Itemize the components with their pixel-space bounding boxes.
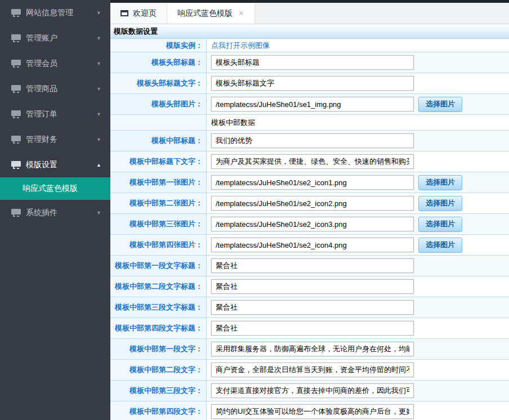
form-row: 模板中部第三段文字： bbox=[110, 381, 509, 401]
form-row: 模板中部第一段文字： bbox=[110, 339, 509, 360]
panel-title: 模版数据设置 bbox=[110, 24, 509, 39]
form-row: 模板头部标题： bbox=[110, 52, 509, 73]
header-image-input[interactable] bbox=[211, 97, 414, 111]
field-label: 模板头部图片： bbox=[110, 94, 207, 114]
sidebar-item-label: 管理会员 bbox=[26, 59, 57, 69]
form-row: 模板中部标题： bbox=[110, 131, 509, 151]
header-title-input[interactable] bbox=[211, 55, 414, 70]
chat-bubble-icon bbox=[11, 209, 21, 217]
form-row: 模板中部第四段文字： bbox=[110, 401, 509, 420]
sidebar-item-finance[interactable]: 管理财务 ▼ bbox=[0, 127, 110, 152]
section-title: 模板中部数据 bbox=[211, 118, 255, 128]
open-example-image-link[interactable]: 点我打开示例图像 bbox=[211, 41, 270, 51]
form-row: 模版实例： 点我打开示例图像 bbox=[110, 39, 509, 52]
form-section-row: 模板中部数据 bbox=[110, 115, 509, 131]
middle-subtitle-input[interactable] bbox=[211, 154, 414, 169]
sidebar-item-label: 模版设置 bbox=[26, 160, 57, 170]
sidebar-item-members[interactable]: 管理会员 ▼ bbox=[0, 51, 110, 76]
tab-label: 欢迎页 bbox=[133, 8, 157, 19]
chevron-down-icon: ▼ bbox=[96, 111, 101, 117]
paragraph-3-text-input[interactable] bbox=[211, 383, 414, 398]
choose-image-button[interactable]: 选择图片 bbox=[418, 217, 462, 232]
middle-image-1-input[interactable] bbox=[211, 175, 414, 190]
sidebar-subitem-label: 响应式蓝色模版 bbox=[23, 184, 78, 194]
tab-responsive-blue-template[interactable]: 响应式蓝色模版 ✕ bbox=[167, 3, 255, 24]
form-row: 模板中部第三张图片： 选择图片 bbox=[110, 214, 509, 235]
chevron-down-icon: ▼ bbox=[96, 35, 101, 41]
chevron-down-icon: ▼ bbox=[96, 86, 101, 92]
paragraph-1-title-input[interactable] bbox=[211, 258, 414, 273]
field-label: 模板中部第三段文字： bbox=[110, 381, 207, 401]
sidebar-item-orders[interactable]: 管理订单 ▼ bbox=[0, 101, 110, 127]
main-content: 欢迎页 响应式蓝色模版 ✕ 模版数据设置 模版实例： 点我打开示例图像 模板头部… bbox=[110, 0, 509, 420]
paragraph-2-title-input[interactable] bbox=[211, 279, 414, 294]
chevron-down-icon: ▼ bbox=[96, 210, 101, 216]
field-label bbox=[110, 115, 207, 130]
field-label: 模板中部标题下文字： bbox=[110, 151, 207, 172]
sidebar-item-label: 管理订单 bbox=[26, 109, 57, 119]
form-row: 模板中部第二段文字标题： bbox=[110, 276, 509, 297]
paragraph-1-text-input[interactable] bbox=[211, 342, 414, 356]
field-label: 模板头部标题： bbox=[110, 52, 207, 73]
field-label: 模板中部第四段文字标题： bbox=[110, 318, 207, 338]
chat-bubble-icon bbox=[11, 136, 21, 144]
field-label: 模板中部第二张图片： bbox=[110, 193, 207, 213]
field-label: 模板中部第三段文字标题： bbox=[110, 297, 207, 318]
form-row: 模板中部第一张图片： 选择图片 bbox=[110, 172, 509, 193]
middle-image-2-input[interactable] bbox=[211, 196, 414, 211]
sidebar-subitem-responsive-blue-template[interactable]: 响应式蓝色模版 bbox=[0, 177, 110, 200]
chevron-down-icon: ▼ bbox=[96, 10, 101, 16]
chat-bubble-icon bbox=[11, 110, 21, 118]
template-settings-form: 模版实例： 点我打开示例图像 模板头部标题： 模板头部标题文字： 模板头部图片：… bbox=[110, 39, 509, 420]
tab-label: 响应式蓝色模版 bbox=[177, 8, 233, 19]
sidebar-item-products[interactable]: 管理商品 ▼ bbox=[0, 76, 110, 101]
chat-bubble-icon bbox=[11, 9, 21, 17]
middle-title-input[interactable] bbox=[211, 133, 414, 148]
middle-image-3-input[interactable] bbox=[211, 217, 414, 231]
form-row: 模板中部第二张图片： 选择图片 bbox=[110, 193, 509, 214]
close-icon[interactable]: ✕ bbox=[238, 10, 244, 17]
form-row: 模板中部第一段文字标题： bbox=[110, 256, 509, 276]
header-title-text-input[interactable] bbox=[211, 76, 414, 91]
field-label: 模板中部第三张图片： bbox=[110, 214, 207, 234]
field-label: 模板中部第一段文字： bbox=[110, 339, 207, 359]
middle-image-4-input[interactable] bbox=[211, 238, 414, 252]
chevron-down-icon: ▼ bbox=[96, 61, 101, 66]
sidebar-item-site-info[interactable]: 网站信息管理 ▼ bbox=[0, 0, 110, 25]
field-label: 模版实例： bbox=[110, 39, 207, 52]
form-row: 模板中部第二段文字： bbox=[110, 360, 509, 381]
field-label: 模板中部第四张图片： bbox=[110, 235, 207, 255]
choose-image-button[interactable]: 选择图片 bbox=[418, 97, 462, 112]
choose-image-button[interactable]: 选择图片 bbox=[418, 196, 462, 211]
field-label: 模板中部第一张图片： bbox=[110, 172, 207, 193]
app-window: 网站信息管理 ▼ 管理账户 ▼ 管理会员 ▼ 管理商品 ▼ 管理订单 ▼ 管理财… bbox=[0, 0, 509, 420]
tab-bar: 欢迎页 响应式蓝色模版 ✕ bbox=[110, 3, 509, 24]
sidebar: 网站信息管理 ▼ 管理账户 ▼ 管理会员 ▼ 管理商品 ▼ 管理订单 ▼ 管理财… bbox=[0, 0, 110, 420]
sidebar-item-label: 管理商品 bbox=[26, 84, 57, 94]
chevron-up-icon: ▲ bbox=[96, 162, 101, 168]
sidebar-item-label: 管理财务 bbox=[26, 135, 57, 145]
form-row: 模板中部标题下文字： bbox=[110, 151, 509, 172]
sidebar-item-label: 系统插件 bbox=[26, 208, 57, 218]
form-row: 模板头部图片： 选择图片 bbox=[110, 94, 509, 115]
field-label: 模板中部标题： bbox=[110, 131, 207, 151]
sidebar-item-label: 网站信息管理 bbox=[26, 8, 73, 18]
paragraph-3-title-input[interactable] bbox=[211, 300, 414, 315]
field-label: 模板中部第一段文字标题： bbox=[110, 256, 207, 276]
choose-image-button[interactable]: 选择图片 bbox=[418, 175, 462, 190]
tab-welcome[interactable]: 欢迎页 bbox=[110, 3, 167, 24]
form-row: 模板中部第四段文字标题： bbox=[110, 318, 509, 339]
form-row: 模板中部第三段文字标题： bbox=[110, 297, 509, 318]
chevron-down-icon: ▼ bbox=[96, 137, 101, 142]
paragraph-4-title-input[interactable] bbox=[211, 321, 414, 336]
sidebar-item-template-settings[interactable]: 模版设置 ▲ bbox=[0, 152, 110, 177]
paragraph-2-text-input[interactable] bbox=[211, 363, 414, 377]
chat-bubble-icon bbox=[11, 60, 21, 68]
paragraph-4-text-input[interactable] bbox=[211, 404, 414, 419]
field-label: 模板中部第二段文字标题： bbox=[110, 276, 207, 297]
sidebar-item-accounts[interactable]: 管理账户 ▼ bbox=[0, 25, 110, 51]
sidebar-item-system-plugins[interactable]: 系统插件 ▼ bbox=[0, 200, 110, 225]
window-icon bbox=[120, 10, 128, 16]
choose-image-button[interactable]: 选择图片 bbox=[418, 238, 462, 253]
field-label: 模板中部第二段文字： bbox=[110, 360, 207, 380]
